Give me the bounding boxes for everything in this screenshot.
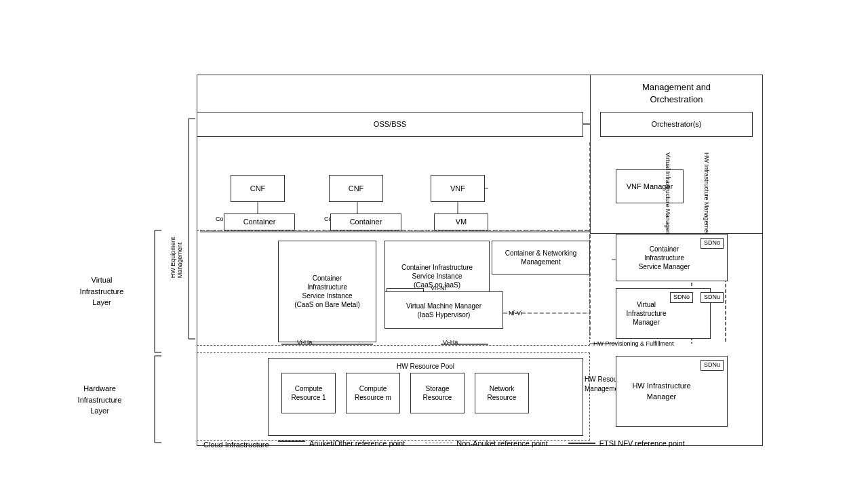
cisi1-label: ContainerInfrastructureService Instance(… [294,274,360,309]
legend-non-anuket: Non-Anuket reference point [425,439,548,447]
legend: Anuket/Other reference point Non-Anuket … [278,439,685,447]
etsi-line-icon [568,443,595,444]
computem-label: Compute Resource m [349,384,397,402]
container1-box: Container [224,214,295,230]
diagram-container: Management and Orchestration OSS/BSS Orc… [41,7,841,468]
vil-label: VirtualInfrastructureLayer [61,274,142,308]
anuket-label: Anuket/Other reference point [309,439,405,447]
container2-label: Container [350,217,382,226]
orchestrator-box: Orchestrator(s) [600,112,753,137]
compute1-label: ComputeResource 1 [291,384,326,402]
sdnu2-box: SDNu [701,360,724,371]
sdno1-box: SDNo [701,238,724,249]
hil-label: HardwareInfrastructureLayer [56,383,144,417]
network-resource-box: Network Resource [475,373,529,413]
vmm-label: Virtual Machine Manager(IaaS Hypervisor) [406,302,481,319]
vmm-box: Virtual Machine Manager(IaaS Hypervisor) [384,291,503,329]
non-anuket-line-icon [425,443,452,444]
hw-resource-pool-label: HW Resource Pool [397,362,454,371]
cloud-infra-label: Cloud Infrastructure [203,441,269,449]
container2-box: Container [330,214,401,230]
storage-box: Storage Resource [410,373,465,413]
cnf1-box: CNF [231,175,285,202]
vi-ha1-label: Vi-Ha [297,339,312,346]
vi-ha2-label: Vi-Ha [443,339,458,346]
vim-label: VirtualInfrastructureManager [627,300,701,327]
legend-anuket: Anuket/Other reference point [278,439,405,447]
vnf-manager-box: VNF Manager [616,169,684,203]
hw-infra-manager-label: HW InfrastructureManager [632,381,711,402]
vnf-box: VNF [431,175,485,202]
cnf2-box: CNF [329,175,383,202]
orchestrator-label: Orchestrator(s) [652,119,702,129]
cisi1-box: ContainerInfrastructureService Instance(… [278,241,376,342]
hw-equip-mgmt-label: HW EquipmentManagement [170,237,183,279]
cnf2-label: CNF [349,184,364,193]
hwim-mgmt-area: HW Infrastructure Management [732,152,741,234]
cnf1-label: CNF [250,184,266,193]
compute1-box: ComputeResource 1 [281,373,336,413]
computem-box: Compute Resource m [346,373,400,413]
hw-equip-mgmt-area: HW EquipmentManagement [197,190,207,325]
cism-box: ContainerInfrastructureService Manager S… [616,234,728,281]
legend-etsi: ETSI NFV reference point [568,439,685,447]
cnm-label: Container & NetworkingManagement [505,249,577,266]
vm1-box: VM [434,214,488,230]
mgmt-orch-title: Management and Orchestration [617,81,736,106]
oss-bss-box: OSS/BSS [197,112,583,137]
network-resource-label: Network Resource [477,384,526,402]
vn-nf2-label: Vn-Nf [431,285,446,291]
hwim-mgmt-label: HW Infrastructure Management [703,152,710,227]
cism-label: ContainerInfrastructureService Manager [639,245,705,271]
vm1-label: VM [456,217,467,226]
anuket-line-icon [278,441,305,446]
storage-label: Storage Resource [413,384,462,402]
sdno2-box: SDNo [670,292,693,303]
vnf-label: VNF [450,184,465,193]
vim-box: VirtualInfrastructureManager SDNo SDNu [616,288,711,339]
vim-mgmt-label: Virtual Infrastructure Management [665,152,671,234]
cnm-box: Container & NetworkingManagement [492,241,590,274]
etsi-label: ETSI NFV reference point [599,439,685,447]
hw-prov-label: HW Provisioning & Fulfillment [593,340,674,347]
hw-infra-manager-box: HW InfrastructureManager SDNu [616,356,728,427]
container1-label: Container [243,217,276,226]
sdnu1-box: SDNu [701,292,724,303]
non-anuket-label: Non-Anuket reference point [456,439,548,447]
nf-vi-label: Nf-Vi [509,310,522,317]
oss-bss-label: OSS/BSS [374,119,406,129]
